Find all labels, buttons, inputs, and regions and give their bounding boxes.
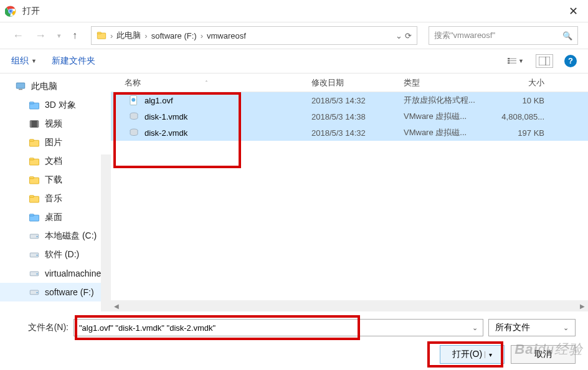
up-button[interactable]: ↑ <box>70 30 80 41</box>
forward-button[interactable]: → <box>32 29 49 42</box>
svg-rect-11 <box>510 63 516 64</box>
svg-rect-30 <box>30 214 34 216</box>
file-date: 2018/5/3 14:32 <box>311 128 404 138</box>
svg-rect-5 <box>97 32 101 34</box>
tree-item-label: 桌面 <box>45 212 62 223</box>
file-row[interactable]: disk-1.vmdk2018/5/3 14:38VMware 虚拟磁...4,… <box>111 108 588 125</box>
tree-item[interactable]: 本地磁盘 (C:) <box>0 227 111 245</box>
tree-scrollbar[interactable] <box>101 154 111 311</box>
svg-point-34 <box>36 255 37 256</box>
column-header-type[interactable]: 类型 <box>404 77 497 88</box>
svg-rect-19 <box>30 121 31 128</box>
filename-label: 文件名(N): <box>12 322 69 333</box>
svg-point-36 <box>36 273 37 275</box>
tree-item[interactable]: 3D 对象 <box>0 96 111 115</box>
breadcrumb-drive[interactable]: software (F:) <box>151 31 197 40</box>
chevron-down-icon[interactable]: ⌄ <box>472 324 478 332</box>
svg-rect-17 <box>30 102 34 104</box>
file-date: 2018/5/3 14:32 <box>311 96 404 105</box>
file-type: VMware 虚拟磁... <box>404 127 497 138</box>
breadcrumb-sep-icon: › <box>110 31 113 40</box>
search-placeholder: 搜索"vmwareosf" <box>434 30 495 41</box>
file-type-filter[interactable]: 所有文件 ⌄ <box>488 319 576 336</box>
pc-icon <box>15 81 26 92</box>
folder-tree[interactable]: 此电脑 3D 对象视频图片文档下载音乐桌面本地磁盘 (C:)软件 (D:)vir… <box>0 74 111 311</box>
breadcrumb-sep-icon: › <box>145 31 147 40</box>
file-type: 开放虚拟化格式程... <box>404 95 497 106</box>
svg-rect-15 <box>19 89 22 90</box>
tree-item[interactable]: 音乐 <box>0 189 111 208</box>
svg-rect-9 <box>510 60 516 61</box>
folder-icon <box>97 31 107 40</box>
file-size: 4,808,085... <box>497 112 557 121</box>
column-header-size[interactable]: 大小 <box>497 77 557 88</box>
tree-item-label: 文档 <box>45 156 62 167</box>
tree-item[interactable]: software (F:) <box>0 283 111 301</box>
tree-item[interactable]: virtualmachine <box>0 264 111 283</box>
tree-item[interactable]: 软件 (D:) <box>0 245 111 264</box>
tree-item-label: virtualmachine <box>45 268 101 278</box>
chrome-icon <box>5 6 16 17</box>
file-icon <box>128 111 140 122</box>
tree-this-pc[interactable]: 此电脑 <box>0 77 111 96</box>
address-bar[interactable]: › 此电脑 › software (F:) › vmwareosf ⌄ ⟳ <box>91 26 417 45</box>
tree-item-label: software (F:) <box>45 287 94 297</box>
file-name: disk-2.vmdk <box>145 128 187 138</box>
tree-item[interactable]: 桌面 <box>0 208 111 227</box>
file-row[interactable]: alg1.ovf2018/5/3 14:32开放虚拟化格式程...10 KB <box>111 92 588 108</box>
file-icon <box>128 127 140 138</box>
horizontal-scrollbar[interactable]: ◀ ▶ <box>111 300 588 311</box>
breadcrumb-sep-icon: › <box>201 31 203 40</box>
file-date: 2018/5/3 14:38 <box>311 112 404 121</box>
chevron-down-icon: ▼ <box>31 58 37 64</box>
scroll-right-icon[interactable]: ▶ <box>577 300 588 311</box>
file-type: VMware 虚拟磁... <box>404 111 497 122</box>
open-button[interactable]: 打开(O)▾ <box>440 345 505 364</box>
svg-point-38 <box>36 292 37 293</box>
breadcrumb-folder[interactable]: vmwareosf <box>207 31 246 40</box>
organize-button[interactable]: 组织 ▼ <box>11 55 37 67</box>
svg-rect-22 <box>30 140 34 141</box>
preview-pane-button[interactable] <box>536 54 553 68</box>
svg-point-3 <box>9 9 12 12</box>
tree-item-icon <box>29 268 40 279</box>
search-icon: 🔍 <box>562 31 572 40</box>
tree-item[interactable]: 视频 <box>0 115 111 133</box>
tree-item-icon <box>29 287 40 298</box>
cancel-button[interactable]: 取消 <box>511 345 576 364</box>
file-row[interactable]: disk-2.vmdk2018/5/3 14:32VMware 虚拟磁...19… <box>111 125 588 141</box>
address-dropdown-icon[interactable]: ⌄ <box>396 31 402 40</box>
window-title: 打开 <box>22 6 564 17</box>
tree-item-icon <box>29 174 40 186</box>
file-name: alg1.ovf <box>145 96 173 105</box>
help-button[interactable]: ? <box>564 55 577 67</box>
file-size: 197 KB <box>497 128 557 138</box>
chevron-down-icon[interactable]: ⌄ <box>563 324 569 332</box>
tree-item-icon <box>29 156 40 167</box>
refresh-icon[interactable]: ⟳ <box>405 31 412 40</box>
back-button[interactable]: ← <box>10 29 26 42</box>
tree-item-icon <box>29 230 40 242</box>
tree-item-label: 本地磁盘 (C:) <box>45 230 97 242</box>
svg-rect-10 <box>508 62 510 64</box>
tree-item-icon <box>29 212 40 223</box>
tree-item[interactable]: 文档 <box>0 152 111 171</box>
close-button[interactable]: ✕ <box>564 4 583 18</box>
search-input[interactable]: 搜索"vmwareosf" 🔍 <box>429 26 578 45</box>
view-options-button[interactable]: ▼ <box>507 54 524 68</box>
column-header-name[interactable]: 名称ˆ <box>111 77 311 88</box>
split-dropdown-icon[interactable]: ▾ <box>485 351 492 358</box>
file-size: 10 KB <box>497 96 557 105</box>
new-folder-button[interactable]: 新建文件夹 <box>52 55 95 67</box>
filename-input[interactable]: "alg1.ovf" "disk-1.vmdk" "disk-2.vmdk" ⌄ <box>74 319 483 336</box>
breadcrumb-root[interactable]: 此电脑 <box>116 30 141 41</box>
svg-rect-26 <box>30 177 34 179</box>
tree-item[interactable]: 下载 <box>0 171 111 189</box>
recent-dropdown[interactable]: ▾ <box>55 32 64 40</box>
column-header-date[interactable]: 修改日期 <box>311 77 404 88</box>
svg-point-40 <box>131 98 135 102</box>
tree-item-icon <box>29 137 40 148</box>
tree-item-label: 图片 <box>45 137 62 148</box>
tree-item[interactable]: 图片 <box>0 133 111 152</box>
scroll-left-icon[interactable]: ◀ <box>111 300 122 311</box>
